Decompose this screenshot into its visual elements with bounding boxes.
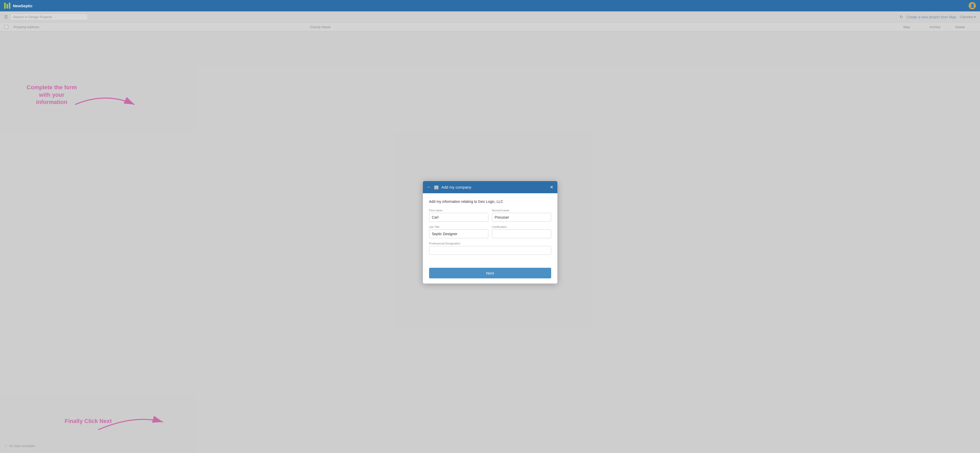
main-area: ☰ ↻ Create a new project from Map Column…: [0, 11, 980, 453]
logo-bar-3: [9, 3, 10, 9]
modal-subtitle: Add my information relating to Geo Logic…: [429, 199, 551, 204]
first-name-group: First name: [429, 209, 488, 222]
certification-input[interactable]: [492, 230, 551, 238]
modal-title: Add my company: [442, 185, 547, 189]
first-name-label: First name: [429, 209, 488, 212]
modal-overlay: ← 🏢 Add my company ✕ Add my information …: [0, 11, 980, 453]
certification-label: Certification: [492, 225, 551, 228]
second-name-label: Second name: [492, 209, 551, 212]
logo-bar-1: [4, 3, 6, 9]
designation-row: Professional Designation: [429, 242, 551, 255]
modal-back-icon[interactable]: ←: [427, 185, 431, 189]
name-row: First name Second name: [429, 209, 551, 222]
professional-designation-group: Professional Designation: [429, 242, 551, 255]
user-avatar[interactable]: 👤: [969, 2, 976, 9]
second-name-group: Second name: [492, 209, 551, 222]
professional-designation-input[interactable]: [429, 246, 551, 255]
job-title-input[interactable]: [429, 230, 488, 238]
second-name-input[interactable]: [492, 213, 551, 222]
app-logo: [4, 3, 10, 9]
app-title: NewSeptic: [13, 4, 33, 8]
modal-dialog: ← 🏢 Add my company ✕ Add my information …: [423, 181, 557, 284]
professional-designation-label: Professional Designation: [429, 242, 551, 245]
first-name-input[interactable]: [429, 213, 488, 222]
job-row: Job Title Certification: [429, 225, 551, 238]
modal-close-icon[interactable]: ✕: [550, 185, 553, 190]
job-title-label: Job Title: [429, 225, 488, 228]
modal-header: ← 🏢 Add my company ✕: [423, 181, 557, 193]
company-icon: 🏢: [434, 185, 439, 190]
job-title-group: Job Title: [429, 225, 488, 238]
modal-footer: Next: [423, 264, 557, 284]
modal-body: Add my information relating to Geo Logic…: [423, 193, 557, 264]
logo-bar-2: [6, 4, 8, 8]
certification-group: Certification: [492, 225, 551, 238]
top-navigation: NewSeptic 👤: [0, 0, 980, 11]
next-button[interactable]: Next: [429, 268, 551, 278]
